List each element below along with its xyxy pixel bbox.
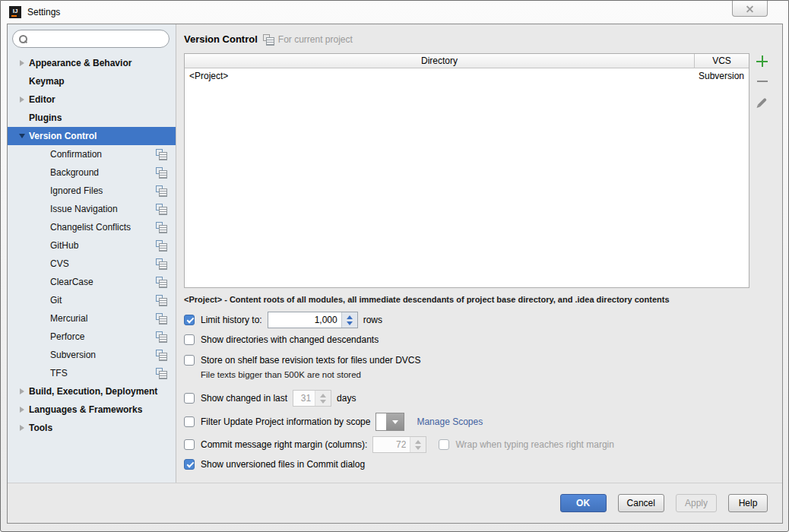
store-shelf-note: File texts bigger than 500K are not stor… (201, 370, 775, 379)
sidebar-item-ignored-files[interactable]: Ignored Files (8, 182, 176, 200)
show-changed-label: Show changed in last (201, 393, 287, 404)
cancel-button[interactable]: Cancel (618, 494, 664, 512)
page-title: Version Control (184, 33, 258, 45)
apply-button[interactable]: Apply (676, 494, 717, 512)
commit-margin-checkbox[interactable] (184, 439, 195, 450)
sidebar-item-github[interactable]: GitHub (8, 236, 176, 255)
settings-tree: Appearance & Behavior Keymap Editor Plug… (8, 54, 176, 437)
sidebar-item-git[interactable]: Git (8, 291, 176, 309)
sidebar-item-languages-frameworks[interactable]: Languages & Frameworks (8, 401, 176, 419)
option-filter-scope: Filter Update Project information by sco… (184, 413, 775, 431)
dropdown-button[interactable] (386, 413, 404, 430)
commit-margin-spinner (372, 436, 426, 453)
current-project-icon (156, 258, 166, 268)
table-body: <Project> Subversion (185, 68, 749, 287)
show-unversioned-checkbox[interactable] (184, 459, 195, 470)
sidebar-item-changelist-conflicts[interactable]: Changelist Conflicts (8, 218, 176, 236)
sidebar-item-background[interactable]: Background (8, 163, 176, 182)
search-icon (18, 34, 28, 44)
wrap-typing-checkbox[interactable] (439, 439, 449, 450)
close-icon (746, 5, 754, 13)
show-directories-checkbox[interactable] (184, 334, 195, 345)
chevron-down-icon (392, 420, 398, 424)
search-input[interactable] (31, 30, 169, 47)
option-show-unversioned: Show unversioned files in Commit dialog (184, 459, 775, 470)
show-changed-checkbox[interactable] (184, 393, 195, 404)
table-header-row: Directory VCS (185, 54, 749, 68)
dialog-footer: OK Cancel Apply Help (8, 483, 782, 523)
add-icon[interactable] (756, 55, 768, 67)
chevron-right-icon[interactable] (20, 60, 24, 66)
spinner-buttons[interactable] (341, 312, 357, 328)
sidebar-item-confirmation[interactable]: Confirmation (8, 145, 176, 163)
sidebar-item-issue-navigation[interactable]: Issue Navigation (8, 200, 176, 218)
store-shelf-checkbox[interactable] (184, 355, 195, 366)
column-header-vcs[interactable]: VCS (694, 54, 749, 68)
commit-margin-input[interactable] (373, 437, 410, 452)
sidebar-item-keymap[interactable]: Keymap (8, 72, 176, 90)
project-mapping-description: <Project> - Content roots of all modules… (184, 295, 775, 304)
directory-mappings-area: Directory VCS <Project> Subversion (184, 53, 775, 288)
current-project-icon (156, 368, 166, 378)
sidebar-item-tfs[interactable]: TFS (8, 364, 176, 382)
limit-history-spinner (268, 312, 358, 328)
column-header-directory[interactable]: Directory (185, 54, 694, 68)
spinner-down-icon (320, 400, 326, 404)
panel-header: Version Control For current project (184, 33, 775, 45)
scope-note: For current project (278, 34, 353, 45)
remove-icon[interactable] (757, 81, 768, 82)
scope-dropdown[interactable] (375, 413, 404, 431)
sidebar-item-version-control[interactable]: Version Control (8, 127, 176, 145)
show-changed-input[interactable] (293, 391, 315, 406)
search-box[interactable] (12, 30, 170, 48)
option-limit-history: Limit history to: rows (184, 312, 775, 328)
spinner-buttons (410, 437, 426, 452)
limit-history-label: Limit history to: (201, 315, 262, 325)
sidebar-item-build-execution-deployment[interactable]: Build, Execution, Deployment (8, 382, 176, 401)
spinner-up-icon (320, 394, 326, 397)
show-changed-suffix: days (337, 393, 356, 404)
filter-scope-label: Filter Update Project information by sco… (201, 416, 370, 427)
chevron-down-icon[interactable] (19, 134, 25, 138)
limit-history-input[interactable] (268, 312, 341, 328)
limit-history-checkbox[interactable] (184, 315, 195, 325)
wrap-typing-label: Wrap when typing reaches right margin (455, 439, 614, 450)
sidebar-item-clearcase[interactable]: ClearCase (8, 273, 176, 291)
sidebar-item-cvs[interactable]: CVS (8, 255, 176, 273)
current-project-icon (156, 149, 166, 159)
spinner-up-icon[interactable] (347, 315, 353, 319)
option-store-shelf: Store on shelf base revision texts for f… (184, 355, 775, 366)
show-unversioned-label: Show unversioned files in Commit dialog (201, 459, 365, 470)
sidebar-item-plugins[interactable]: Plugins (8, 109, 176, 127)
chevron-right-icon[interactable] (20, 97, 24, 103)
chevron-right-icon[interactable] (20, 425, 24, 431)
chevron-right-icon[interactable] (20, 388, 24, 394)
option-commit-margin: Commit message right margin (columns): W… (184, 436, 775, 453)
filter-scope-checkbox[interactable] (184, 416, 195, 427)
settings-sidebar: Appearance & Behavior Keymap Editor Plug… (8, 24, 176, 483)
sidebar-item-editor[interactable]: Editor (8, 90, 176, 109)
current-project-icon (156, 167, 166, 177)
sidebar-item-perforce[interactable]: Perforce (8, 328, 176, 346)
sidebar-item-subversion[interactable]: Subversion (8, 346, 176, 364)
spinner-up-icon (415, 440, 421, 444)
titlebar: IJ Settings (1, 1, 788, 24)
chevron-right-icon[interactable] (20, 407, 24, 413)
table-row[interactable]: <Project> Subversion (185, 68, 749, 84)
sidebar-item-mercurial[interactable]: Mercurial (8, 309, 176, 328)
spinner-down-icon[interactable] (347, 321, 353, 325)
sidebar-item-appearance-behavior[interactable]: Appearance & Behavior (8, 54, 176, 72)
store-shelf-label: Store on shelf base revision texts for f… (201, 355, 420, 366)
option-show-directories: Show directories with changed descendant… (184, 334, 775, 345)
close-button[interactable] (732, 1, 768, 17)
manage-scopes-link[interactable]: Manage Scopes (417, 416, 483, 427)
sidebar-item-tools[interactable]: Tools (8, 419, 176, 437)
version-control-panel: Version Control For current project Dire… (176, 24, 782, 483)
edit-pencil-icon[interactable] (757, 97, 766, 106)
current-project-icon (156, 295, 166, 305)
current-project-icon (263, 34, 273, 44)
help-button[interactable]: Help (728, 494, 768, 512)
ok-button[interactable]: OK (560, 494, 607, 512)
directory-vcs-table[interactable]: Directory VCS <Project> Subversion (184, 53, 749, 288)
current-project-icon (156, 240, 166, 250)
